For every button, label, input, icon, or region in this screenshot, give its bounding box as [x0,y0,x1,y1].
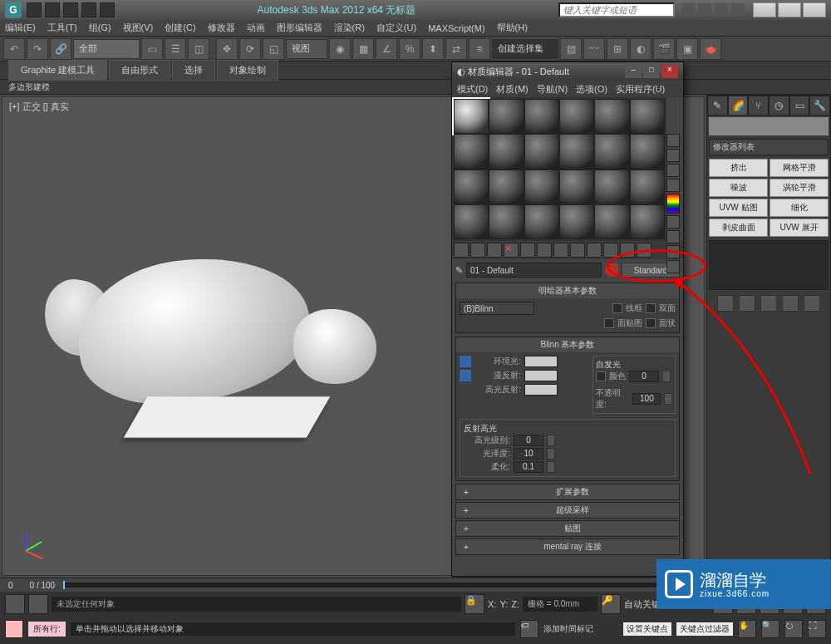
material-slot[interactable] [559,170,594,204]
schematic-icon[interactable]: ⊞ [607,38,628,60]
make-copy-icon[interactable] [520,243,535,258]
material-slot[interactable] [489,170,524,204]
modifier-btn-turbosmooth[interactable]: 涡轮平滑 [770,179,829,197]
modifier-btn-tessellate[interactable]: 细化 [770,199,829,217]
blinn-rollup-header[interactable]: Blinn 基本参数 [456,337,679,352]
named-selection-dropdown[interactable]: 创建选择集 [492,39,558,59]
cmd-tab-create-icon[interactable]: ✎ [707,96,728,116]
help-search-input[interactable] [558,2,675,17]
mat-map-nav-icon[interactable] [666,260,680,273]
material-slot[interactable] [524,170,559,204]
close-button[interactable] [803,2,826,17]
link-icon[interactable]: 🔗 [50,38,71,60]
time-tag-icon[interactable]: 🏷 [520,620,538,638]
nav-orbit-icon[interactable]: ⭮ [784,620,803,638]
qat-redo-icon[interactable] [100,2,115,17]
wire-checkbox[interactable] [612,303,622,313]
menu-animation[interactable]: 动画 [247,22,265,34]
shader-rollup-header[interactable]: 明暗器基本参数 [456,283,679,298]
menu-modifiers[interactable]: 修改器 [208,22,235,34]
opacity-spinner[interactable] [664,393,672,405]
layer-icon[interactable]: ▤ [560,38,582,60]
rollup-extended[interactable]: +扩展参数 [455,484,680,500]
menu-views[interactable]: 视图(V) [123,22,154,34]
material-slot[interactable] [594,170,629,204]
ribbon-tab-paint[interactable]: 对象绘制 [217,60,278,81]
nav-zoom-icon[interactable]: 🔍 [761,620,779,638]
soften-spinner[interactable] [547,461,555,473]
material-slot[interactable] [630,134,665,169]
modifier-btn-extrude[interactable]: 挤出 [709,159,768,177]
opacity-value[interactable]: 100 [632,393,661,405]
ambient-swatch[interactable] [524,356,558,367]
cmd-tab-motion-icon[interactable]: ◷ [769,96,789,116]
cmd-tab-display-icon[interactable]: ▭ [789,96,810,116]
material-slot[interactable] [630,170,665,204]
menu-group[interactable]: 组(G) [89,22,111,34]
material-slot[interactable] [454,99,489,134]
mirror-icon[interactable]: ⇄ [445,38,467,60]
self-color-checkbox[interactable] [596,371,606,381]
get-material-icon[interactable] [454,243,469,258]
material-type-arrow[interactable] [605,263,618,277]
self-illum-value[interactable]: 0 [629,371,659,382]
lock-diffuse-icon[interactable] [460,370,471,381]
selection-lock-icon[interactable]: 🔒 [465,594,484,614]
mat-id-icon[interactable] [570,243,585,258]
percent-snap-icon[interactable]: % [399,38,420,60]
ref-coord-dropdown[interactable]: 视图 [286,39,327,59]
cmd-tab-modify-icon[interactable]: 🌈 [728,96,749,116]
lock-ambient-icon[interactable] [460,356,471,367]
modifier-stack[interactable] [709,240,829,290]
qat-undo-icon[interactable] [81,2,96,17]
spinner-snap-icon[interactable]: ⬍ [422,38,444,60]
material-slot[interactable] [630,99,665,134]
trackbar-toggle-icon[interactable] [5,594,25,614]
put-to-scene-icon[interactable] [470,243,485,258]
menu-render[interactable]: 渲染(R) [334,22,365,34]
angle-snap-icon[interactable]: ∠ [376,38,397,60]
video-check-icon[interactable] [666,194,680,214]
diffuse-swatch[interactable] [524,370,558,381]
pin-stack-icon[interactable] [717,295,734,312]
material-slot[interactable] [559,99,594,134]
material-slot[interactable] [489,134,524,169]
setkey-button[interactable]: 设置关键点 [623,622,671,636]
nav-pan-icon[interactable]: ✋ [738,620,756,638]
favorites-icon[interactable] [715,3,728,17]
render-frame-icon[interactable]: ▣ [676,38,698,60]
mat-menu-material[interactable]: 材质(M) [496,83,529,96]
go-parent-icon[interactable] [620,243,635,258]
mat-close-button[interactable]: × [661,65,678,78]
subscription-icon[interactable] [698,3,711,17]
coord-z[interactable]: Z: [511,599,519,609]
material-editor-icon[interactable]: ◐ [630,38,652,60]
coord-x[interactable]: X: [488,599,496,609]
infocenter-icon[interactable] [681,3,695,17]
cmd-tab-utilities-icon[interactable]: 🔧 [809,96,830,116]
show-end-icon[interactable] [739,295,755,312]
shader-type-dropdown[interactable]: (B)Blinn [460,302,534,315]
scale-icon[interactable]: ◱ [263,38,284,60]
material-slot[interactable] [559,204,594,239]
align-icon[interactable]: ≡ [469,38,490,60]
put-to-lib-icon[interactable] [553,243,568,258]
object-color-swatch[interactable] [709,117,829,135]
help-icon[interactable] [731,3,745,17]
reset-map-icon[interactable]: ✕ [504,243,519,258]
rollup-mentalray[interactable]: +mental ray 连接 [455,538,680,555]
modifier-btn-noise[interactable]: 噪波 [709,179,768,197]
viewport-label[interactable]: [+] 正交 [] 真实 [9,101,69,113]
make-preview-icon[interactable] [666,215,680,229]
modifier-btn-meshsmooth[interactable]: 网格平滑 [770,159,829,177]
twosided-checkbox[interactable] [646,303,656,313]
menu-maxscript[interactable]: MAXScript(M) [428,23,484,33]
nav-max-icon[interactable]: ⛶ [808,620,826,638]
spec-level-value[interactable]: 0 [514,435,543,446]
select-region-icon[interactable]: ◫ [188,38,209,60]
assign-to-sel-icon[interactable] [487,243,502,258]
material-editor-titlebar[interactable]: ◐ 材质编辑器 - 01 - Default – □ × [452,62,683,81]
material-slot[interactable] [524,134,559,169]
modifier-btn-skin[interactable]: 剥皮曲面 [709,219,768,237]
select-icon[interactable]: ▭ [141,38,163,60]
